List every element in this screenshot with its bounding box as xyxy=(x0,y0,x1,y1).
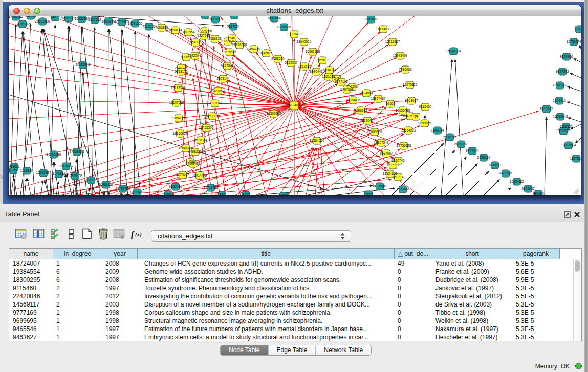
svg-text:2687682: 2687682 xyxy=(364,17,378,21)
svg-text:9699695: 9699695 xyxy=(418,121,431,125)
svg-text:12975115: 12975115 xyxy=(403,83,418,86)
svg-text:16914479: 16914479 xyxy=(192,173,207,177)
svg-text:9777169: 9777169 xyxy=(335,80,348,83)
svg-text:12942737: 12942737 xyxy=(36,171,51,174)
svg-text:3498222: 3498222 xyxy=(188,150,202,154)
svg-text:f: f xyxy=(131,229,135,239)
svg-text:252214: 252214 xyxy=(393,175,404,179)
svg-text:1117: 1117 xyxy=(576,27,581,31)
svg-text:9327508: 9327508 xyxy=(221,39,234,43)
svg-text:16154838: 16154838 xyxy=(376,27,391,31)
svg-text:8990443: 8990443 xyxy=(310,70,323,73)
svg-text:8125: 8125 xyxy=(365,192,373,195)
svg-text:7986372: 7986372 xyxy=(354,108,367,112)
svg-text:19166827: 19166827 xyxy=(173,132,188,135)
svg-text:1615112: 1615112 xyxy=(387,163,400,167)
svg-text:19654925: 19654925 xyxy=(171,116,186,120)
svg-text:8454749: 8454749 xyxy=(247,47,260,51)
svg-text:19384554: 19384554 xyxy=(310,139,324,142)
svg-text:39154: 39154 xyxy=(9,168,18,172)
svg-text:16210643: 16210643 xyxy=(553,115,568,118)
svg-text:9129966: 9129966 xyxy=(560,55,573,58)
svg-text:2935114: 2935114 xyxy=(477,156,490,159)
svg-text:3267110: 3267110 xyxy=(206,114,219,118)
svg-text:10654112: 10654112 xyxy=(510,180,525,183)
svg-text:12213967: 12213967 xyxy=(385,40,400,43)
svg-text:20206536: 20206536 xyxy=(47,152,61,156)
svg-text:13325419: 13325419 xyxy=(287,32,302,36)
svg-text:10973493: 10973493 xyxy=(393,54,408,57)
svg-text:12455306: 12455306 xyxy=(199,126,214,129)
svg-text:5938923: 5938923 xyxy=(443,135,456,139)
svg-text:10688609: 10688609 xyxy=(367,130,382,134)
svg-text:17359928: 17359928 xyxy=(70,150,84,154)
svg-text:3912954: 3912954 xyxy=(182,30,195,34)
svg-text:10354: 10354 xyxy=(279,194,288,195)
svg-text:(x): (x) xyxy=(135,231,142,238)
svg-text:417006: 417006 xyxy=(209,101,221,105)
svg-text:1046173: 1046173 xyxy=(49,16,62,19)
svg-text:12218506: 12218506 xyxy=(277,25,292,29)
svg-text:1733426: 1733426 xyxy=(396,187,409,191)
svg-text:18300295: 18300295 xyxy=(267,112,281,115)
svg-text:16033: 16033 xyxy=(201,16,210,17)
svg-text:3875685: 3875685 xyxy=(223,50,236,54)
svg-text:10719155: 10719155 xyxy=(115,20,129,24)
svg-text:6466160: 6466160 xyxy=(102,19,115,23)
svg-text:16046736: 16046736 xyxy=(179,146,193,150)
svg-text:19654923: 19654923 xyxy=(401,128,416,132)
svg-text:8186328: 8186328 xyxy=(208,37,222,40)
svg-text:1383325: 1383325 xyxy=(559,125,573,128)
svg-text:8660124: 8660124 xyxy=(169,28,182,32)
svg-text:17957225: 17957225 xyxy=(84,178,99,182)
svg-text:6120746: 6120746 xyxy=(391,159,405,162)
svg-text:8578354: 8578354 xyxy=(194,138,207,142)
svg-text:7515526: 7515526 xyxy=(142,25,156,28)
svg-text:7955812: 7955812 xyxy=(316,58,329,62)
svg-text:1640954: 1640954 xyxy=(431,128,444,132)
svg-text:6934024: 6934024 xyxy=(323,68,336,72)
svg-text:8471676: 8471676 xyxy=(499,171,512,175)
svg-text:12213369: 12213369 xyxy=(171,86,186,90)
svg-text:8215955: 8215955 xyxy=(540,107,553,111)
svg-text:20053346: 20053346 xyxy=(76,63,91,67)
svg-text:12923468: 12923468 xyxy=(130,190,145,194)
svg-text:124: 124 xyxy=(220,193,225,195)
svg-text:26676068: 26676068 xyxy=(232,43,247,47)
svg-text:13226058: 13226058 xyxy=(198,29,212,33)
svg-text:14055712: 14055712 xyxy=(9,16,24,18)
svg-text:2803144: 2803144 xyxy=(216,77,230,80)
svg-text:7632621: 7632621 xyxy=(488,163,502,167)
svg-text:9227342: 9227342 xyxy=(556,70,569,73)
svg-text:7625402: 7625402 xyxy=(176,173,189,177)
svg-text:2588520: 2588520 xyxy=(271,57,285,60)
svg-text:1362615: 1362615 xyxy=(298,64,311,68)
svg-text:14099489: 14099489 xyxy=(186,162,201,165)
svg-text:1167533: 1167533 xyxy=(570,157,581,160)
svg-text:2718176: 2718176 xyxy=(175,66,188,70)
svg-text:9242848: 9242848 xyxy=(221,64,234,68)
svg-text:5822037: 5822037 xyxy=(285,61,298,64)
svg-text:1145194: 1145194 xyxy=(53,172,66,176)
svg-text:1621022: 1621022 xyxy=(322,75,335,78)
svg-text:16543362: 16543362 xyxy=(188,40,203,44)
svg-text:9115460: 9115460 xyxy=(419,105,432,108)
svg-text:16961758: 16961758 xyxy=(306,50,320,53)
svg-text:9657791: 9657791 xyxy=(169,185,182,188)
svg-text:1156819: 1156819 xyxy=(20,169,33,172)
svg-text:23420046: 23420046 xyxy=(188,54,203,57)
svg-text:16033809: 16033809 xyxy=(208,17,223,21)
svg-text:20691406: 20691406 xyxy=(35,19,50,23)
svg-text:9146821: 9146821 xyxy=(259,51,273,55)
svg-text:2718176: 2718176 xyxy=(175,70,188,73)
svg-text:18640910: 18640910 xyxy=(297,40,312,43)
svg-text:10958107: 10958107 xyxy=(99,183,114,186)
svg-text:15716485: 15716485 xyxy=(204,186,219,189)
svg-text:10807487: 10807487 xyxy=(371,97,386,100)
svg-text:19756928: 19756928 xyxy=(397,144,411,147)
svg-text:16782759: 16782759 xyxy=(116,187,130,190)
svg-text:18807249: 18807249 xyxy=(374,141,389,144)
svg-text:8427552: 8427552 xyxy=(211,89,225,93)
svg-text:9245652: 9245652 xyxy=(521,187,535,190)
svg-text:6497568: 6497568 xyxy=(340,87,354,91)
